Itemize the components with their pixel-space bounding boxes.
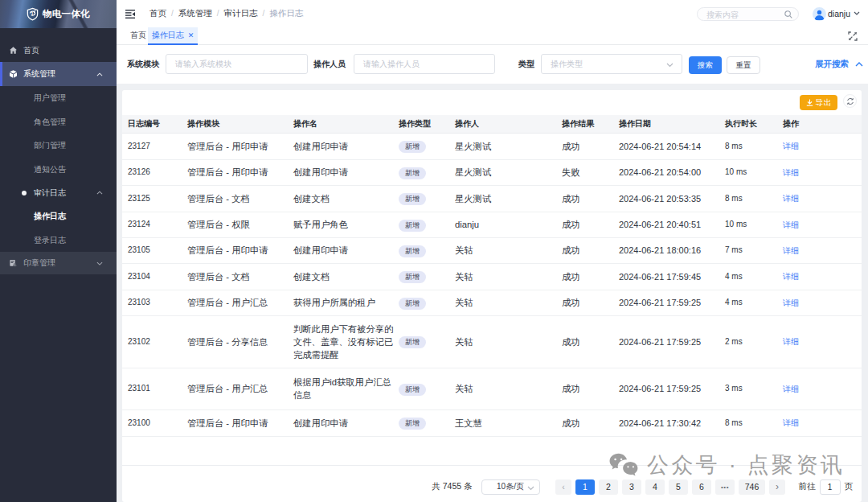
svg-text:1: 1 xyxy=(31,11,34,16)
